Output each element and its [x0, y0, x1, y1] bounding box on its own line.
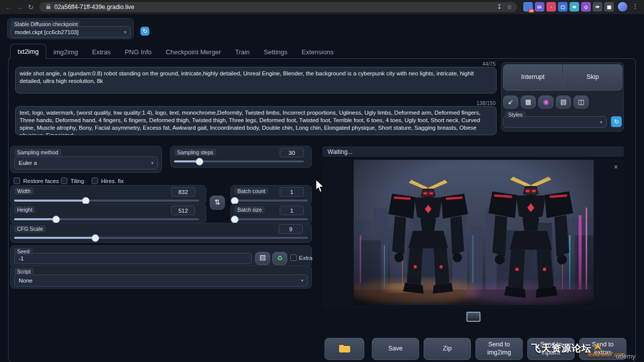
reuse-seed-button[interactable]: ♻ [272, 252, 287, 265]
batch-size-slider[interactable] [234, 216, 308, 223]
extension-icon[interactable]: ▢ [558, 2, 568, 12]
checkpoint-refresh-button[interactable]: ↻ [140, 27, 149, 36]
dice-icon: ⚄ [260, 254, 266, 263]
zip-button[interactable]: Zip [424, 338, 471, 360]
forward-icon[interactable]: → [14, 3, 25, 11]
sampling-method-value: Euler a [19, 160, 37, 166]
script-dropdown[interactable]: None ▾ [14, 275, 308, 287]
bookmark-star-icon[interactable]: ☆ [507, 4, 512, 11]
folder-icon [339, 344, 351, 353]
cfg-scale-number[interactable] [279, 224, 303, 234]
slider-thumb[interactable] [231, 216, 238, 223]
restore-faces-label: Restore faces [23, 178, 59, 184]
tab-settings[interactable]: Settings [257, 45, 294, 59]
progress-status: Waiting... [323, 146, 624, 157]
width-number[interactable] [171, 187, 195, 197]
seed-extra-label: Extra [299, 255, 312, 261]
slider-thumb[interactable] [52, 216, 60, 223]
generated-image[interactable] [354, 160, 594, 305]
checkpoint-label: Stable Diffusion checkpoint [11, 21, 80, 28]
recycle-icon: ♻ [277, 254, 283, 262]
restore-faces-checkbox[interactable] [14, 177, 20, 184]
extension-badge: 20 [528, 9, 534, 13]
extensions-puzzle-icon[interactable]: ⚩ [593, 2, 602, 12]
chevron-down-icon: ▾ [301, 278, 303, 283]
chevron-down-icon: ▾ [600, 120, 602, 125]
extension-icon[interactable]: IA [535, 2, 544, 12]
tab-txt2img[interactable]: txt2img [10, 44, 46, 59]
tab-checkpoint-merger[interactable]: Checkpoint Merger [158, 45, 228, 59]
styles-refresh-button[interactable]: ↻ [611, 116, 622, 127]
save-style-icon: ◫ [578, 98, 584, 106]
sampling-steps-number[interactable] [280, 148, 304, 157]
url-text: 02a56ff4-71ff-439e.gradio.live [54, 4, 134, 11]
address-bar[interactable]: 02a56ff4-71ff-439e.gradio.live ↧ ☆ [39, 2, 517, 12]
extension-icon[interactable]: ◦ [546, 2, 556, 12]
tab-img2img[interactable]: img2img [46, 45, 85, 59]
height-number[interactable] [171, 206, 195, 215]
width-label: Width [14, 188, 34, 195]
sampling-steps-slider[interactable] [174, 158, 304, 165]
width-slider[interactable] [14, 197, 199, 204]
tab-extensions[interactable]: Extensions [294, 45, 341, 59]
lock-icon [46, 6, 50, 9]
extra-networks-button[interactable]: ◉ [538, 96, 553, 109]
checkpoint-dropdown[interactable]: model.ckpt [cc6cb27103] ▾ [10, 26, 131, 38]
batch-count-label: Batch count [234, 188, 268, 195]
swap-arrows-icon: ⇅ [214, 198, 220, 207]
paste-arrow-icon: ↙ [508, 98, 514, 106]
batch-size-number[interactable] [280, 206, 304, 215]
browser-chrome: ← → ↻ 02a56ff4-71ff-439e.gradio.live ↧ ☆… [0, 0, 644, 14]
clear-prompt-button[interactable]: ▦ [521, 96, 536, 109]
watermark-text: 飞天资源论坛 [531, 342, 592, 355]
extra-networks-icon: ◉ [543, 98, 548, 106]
extension-icon[interactable]: 20 [523, 2, 533, 12]
trash-icon: ▦ [525, 98, 531, 106]
watermark-corner: udemy [616, 352, 635, 360]
batch-count-number[interactable] [280, 187, 304, 197]
gallery-thumbnail[interactable] [466, 312, 480, 322]
seed-input[interactable] [14, 253, 252, 264]
batch-count-slider[interactable] [234, 197, 308, 204]
tiling-label: Tiling [70, 178, 84, 184]
tab-extras[interactable]: Extras [85, 45, 118, 59]
apply-style-button[interactable]: ▤ [556, 96, 571, 109]
interrupt-button[interactable]: Interrupt [503, 64, 562, 90]
swap-dimensions-button[interactable]: ⇅ [210, 196, 225, 210]
random-seed-button[interactable]: ⚄ [255, 252, 270, 265]
tab-train[interactable]: Train [228, 45, 257, 59]
checkpoint-value: model.ckpt [cc6cb27103] [15, 29, 78, 35]
save-style-button[interactable]: ◫ [574, 96, 589, 109]
cfg-scale-slider[interactable] [14, 234, 308, 241]
script-value: None [19, 278, 33, 284]
open-folder-button[interactable] [325, 338, 364, 360]
hires-fix-checkbox[interactable] [92, 177, 98, 184]
extension-icon[interactable]: ◇ [581, 2, 591, 12]
seed-extra-checkbox[interactable] [290, 254, 297, 261]
sampling-steps-label: Sampling steps [174, 149, 216, 156]
prompt-input[interactable]: wide shot angle, a (gundam:0.8) robot st… [15, 67, 497, 94]
slider-thumb[interactable] [196, 158, 203, 165]
tab-png-info[interactable]: PNG Info [118, 45, 158, 59]
seed-label: Seed [14, 248, 33, 255]
send-to-img2img-button[interactable]: Send to img2img [475, 338, 523, 360]
watermark-arrow-icon [593, 342, 603, 351]
extension-icon[interactable]: ▦ [604, 2, 614, 12]
browser-menu-icon[interactable]: ⋮ [632, 3, 638, 10]
reload-icon[interactable]: ↻ [25, 3, 36, 11]
save-button[interactable]: Save [372, 338, 419, 360]
clipboard-icon: ▤ [560, 98, 567, 106]
negative-prompt-input[interactable]: text, logo, watermark, (worst quality, l… [15, 106, 497, 135]
slider-thumb[interactable] [92, 234, 99, 242]
profile-avatar[interactable] [618, 2, 627, 12]
paste-params-button[interactable]: ↙ [503, 96, 518, 109]
extension-icon[interactable]: ≋ [570, 2, 579, 12]
tiling-checkbox[interactable] [61, 177, 67, 184]
height-slider[interactable] [14, 216, 199, 223]
skip-button[interactable]: Skip [563, 64, 622, 90]
height-label: Height [14, 206, 35, 213]
install-icon[interactable]: ↧ [497, 4, 502, 11]
close-image-icon[interactable]: × [614, 163, 618, 171]
sampling-method-dropdown[interactable]: Euler a ▾ [14, 156, 158, 169]
back-icon[interactable]: ← [3, 3, 14, 11]
